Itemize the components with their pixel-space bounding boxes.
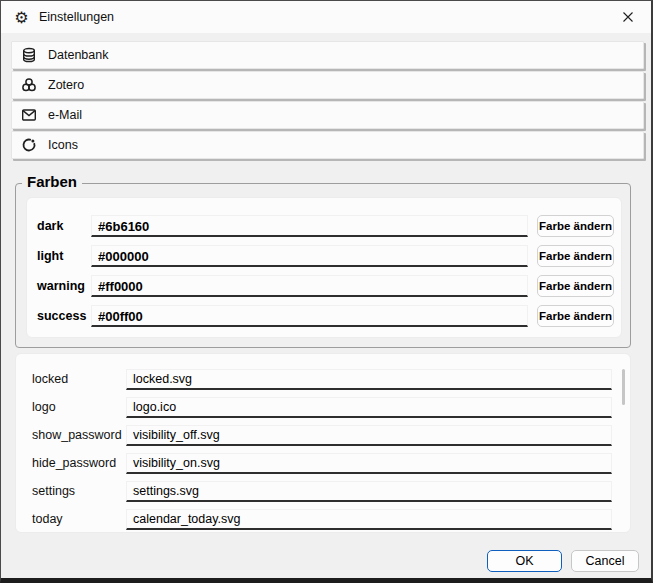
icon-files-panel: locked logo show_password hide_password … — [15, 353, 631, 533]
change-color-button[interactable]: Farbe ändern — [537, 245, 614, 267]
color-value-input[interactable] — [91, 215, 528, 237]
refresh-dot-icon — [20, 137, 37, 154]
titlebar: ⚙︎ Einstellungen — [1, 1, 651, 33]
color-label: light — [37, 249, 91, 263]
settings-window: ⚙︎ Einstellungen Datenbank — [0, 0, 653, 583]
icon-file-label: settings — [32, 484, 126, 498]
gear-icon: ⚙︎ — [13, 9, 30, 26]
section-email[interactable]: e-Mail — [11, 101, 644, 129]
icon-file-input[interactable] — [126, 425, 612, 446]
icon-file-input[interactable] — [126, 397, 612, 418]
icon-file-row: hide_password — [16, 449, 630, 477]
section-label: e-Mail — [48, 108, 82, 122]
farben-group: Farben dark Farbe ändern light Farbe änd… — [15, 183, 631, 348]
icon-file-row: logo — [16, 393, 630, 421]
color-label: warning — [37, 279, 91, 293]
icon-file-label: logo — [32, 400, 126, 414]
color-value-input[interactable] — [91, 245, 528, 267]
section-label: Icons — [48, 138, 78, 152]
color-row-warning: warning Farbe ändern — [27, 271, 621, 301]
close-icon[interactable] — [605, 1, 651, 33]
zotero-icon — [20, 77, 37, 94]
icon-file-label: locked — [32, 372, 126, 386]
color-row-light: light Farbe ändern — [27, 241, 621, 271]
section-zotero[interactable]: Zotero — [11, 71, 644, 99]
ok-button[interactable]: OK — [487, 550, 562, 572]
scrollbar-thumb[interactable] — [622, 369, 625, 405]
icon-file-input[interactable] — [126, 453, 612, 474]
color-label: dark — [37, 219, 91, 233]
icon-file-row: show_password — [16, 421, 630, 449]
farben-panel: dark Farbe ändern light Farbe ändern war… — [26, 197, 622, 338]
database-icon — [20, 47, 37, 64]
icon-file-label: today — [32, 512, 126, 526]
icon-file-label: hide_password — [32, 456, 126, 470]
color-value-input[interactable] — [91, 305, 528, 327]
window-title: Einstellungen — [39, 10, 114, 24]
farben-group-title: Farben — [22, 173, 82, 190]
cancel-button[interactable]: Cancel — [571, 550, 639, 572]
color-value-input[interactable] — [91, 275, 528, 297]
color-row-success: success Farbe ändern — [27, 301, 621, 331]
section-datenbank[interactable]: Datenbank — [11, 41, 644, 69]
color-row-dark: dark Farbe ändern — [27, 211, 621, 241]
color-label: success — [37, 309, 91, 323]
icon-file-label: show_password — [32, 428, 126, 442]
icon-file-row: locked — [16, 365, 630, 393]
change-color-button[interactable]: Farbe ändern — [537, 275, 614, 297]
section-icons[interactable]: Icons — [11, 131, 644, 159]
section-label: Zotero — [48, 78, 84, 92]
change-color-button[interactable]: Farbe ändern — [537, 215, 614, 237]
mail-icon — [20, 107, 37, 124]
icon-file-row: today — [16, 505, 630, 533]
icon-file-row: settings — [16, 477, 630, 505]
icon-file-input[interactable] — [126, 369, 612, 390]
section-label: Datenbank — [48, 48, 108, 62]
icon-file-input[interactable] — [126, 509, 612, 530]
change-color-button[interactable]: Farbe ändern — [537, 305, 614, 327]
icon-file-input[interactable] — [126, 481, 612, 502]
